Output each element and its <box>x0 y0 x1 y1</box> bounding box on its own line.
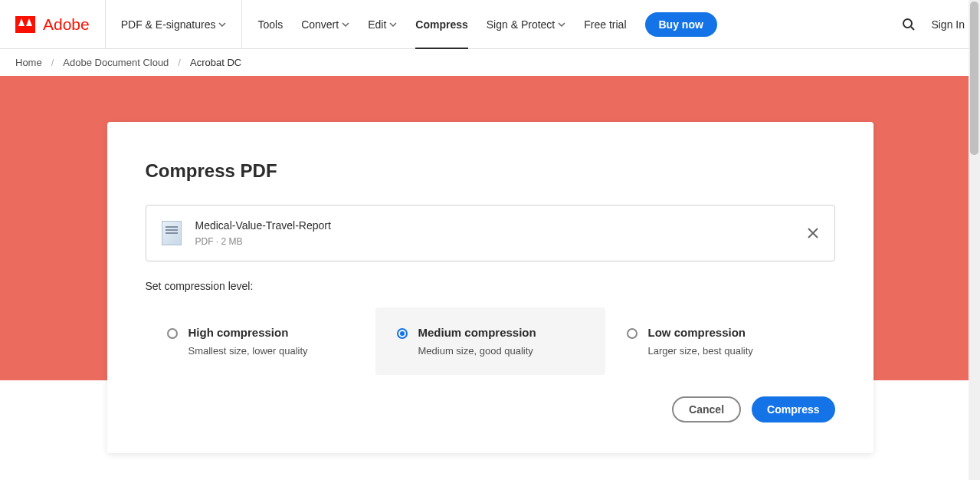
breadcrumb-doc-cloud[interactable]: Adobe Document Cloud <box>63 57 169 68</box>
main-background: Compress PDF Medical-Value-Travel-Report… <box>0 76 980 430</box>
chevron-down-icon <box>218 22 226 27</box>
header-right: Sign In <box>902 18 965 31</box>
nav-label: Tools <box>257 18 283 31</box>
compress-button[interactable]: Compress <box>752 396 834 422</box>
header: Adobe PDF & E-signatures Tools Convert E… <box>0 0 980 49</box>
adobe-logo-icon <box>15 16 35 33</box>
actions: Cancel Compress <box>146 396 835 422</box>
scrollbar-thumb[interactable] <box>970 2 978 155</box>
option-text: Medium compression Medium size, good qua… <box>418 326 584 357</box>
svg-point-0 <box>903 19 912 28</box>
buy-now-button[interactable]: Buy now <box>645 12 717 37</box>
option-text: High compression Smallest size, lower qu… <box>188 326 354 357</box>
nav-label: Compress <box>415 18 467 31</box>
option-title: Low compression <box>648 326 814 339</box>
chevron-down-icon <box>342 22 349 27</box>
nav-group-primary: PDF & E-signatures <box>106 0 243 49</box>
nav-sign-protect[interactable]: Sign & Protect <box>487 0 566 49</box>
option-text: Low compression Larger size, best qualit… <box>648 326 814 357</box>
chevron-down-icon <box>558 22 565 27</box>
brand-name: Adobe <box>43 15 90 34</box>
nav-free-trial[interactable]: Free trial <box>584 0 626 49</box>
file-info: Medical-Value-Travel-Report PDF · 2 MB <box>195 219 793 247</box>
page-title: Compress PDF <box>146 160 835 182</box>
sign-in-link[interactable]: Sign In <box>931 18 965 31</box>
radio-icon <box>627 328 637 339</box>
nav-label: Edit <box>368 18 386 31</box>
nav-main: Tools Convert Edit Compress Sign & Prote… <box>242 0 902 49</box>
nav-compress[interactable]: Compress <box>415 0 467 49</box>
option-title: Medium compression <box>418 326 584 339</box>
option-desc: Medium size, good quality <box>418 345 584 357</box>
breadcrumb: Home / Adobe Document Cloud / Acrobat DC <box>0 49 980 76</box>
nav-label: Convert <box>301 18 339 31</box>
logo-section[interactable]: Adobe <box>15 0 106 49</box>
scrollbar-track[interactable] <box>969 0 980 480</box>
nav-label: Free trial <box>584 18 626 31</box>
nav-tools[interactable]: Tools <box>257 0 283 49</box>
breadcrumb-home[interactable]: Home <box>15 57 42 68</box>
option-title: High compression <box>188 326 354 339</box>
nav-edit[interactable]: Edit <box>368 0 397 49</box>
breadcrumb-separator: / <box>51 57 54 68</box>
nav-label: PDF & E-signatures <box>121 18 216 31</box>
option-high[interactable]: High compression Smallest size, lower qu… <box>146 307 375 375</box>
radio-icon <box>397 328 408 339</box>
option-low[interactable]: Low compression Larger size, best qualit… <box>605 307 835 375</box>
close-icon[interactable] <box>807 227 819 239</box>
chevron-down-icon <box>389 22 397 27</box>
option-desc: Larger size, best quality <box>648 345 814 357</box>
option-desc: Smallest size, lower quality <box>188 345 354 357</box>
file-meta: PDF · 2 MB <box>195 236 793 247</box>
file-name: Medical-Value-Travel-Report <box>195 219 793 232</box>
file-thumbnail-icon <box>162 221 182 245</box>
file-box: Medical-Value-Travel-Report PDF · 2 MB <box>146 205 835 261</box>
breadcrumb-separator: / <box>178 57 181 68</box>
cancel-button[interactable]: Cancel <box>672 396 741 422</box>
search-icon[interactable] <box>902 18 916 31</box>
options-label: Set compression level: <box>146 280 835 292</box>
option-medium[interactable]: Medium compression Medium size, good qua… <box>375 307 605 375</box>
radio-icon <box>167 328 178 339</box>
options-row: High compression Smallest size, lower qu… <box>146 307 835 375</box>
nav-pdf-esignatures[interactable]: PDF & E-signatures <box>121 0 227 49</box>
breadcrumb-acrobat: Acrobat DC <box>190 57 241 68</box>
svg-line-1 <box>911 27 914 30</box>
nav-label: Sign & Protect <box>487 18 556 31</box>
compress-card: Compress PDF Medical-Value-Travel-Report… <box>107 122 873 453</box>
nav-convert[interactable]: Convert <box>301 0 349 49</box>
